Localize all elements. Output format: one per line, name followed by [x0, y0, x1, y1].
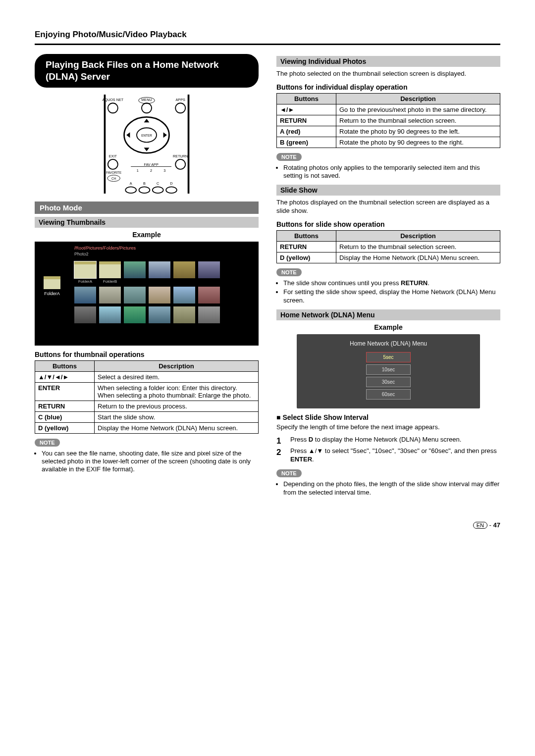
note-item: The slide show continues until you press…: [283, 279, 500, 287]
note-list: Depending on the photo files, the length…: [276, 480, 500, 497]
table-cell: RETURN: [35, 401, 95, 411]
thumbnail-placeholder: [74, 287, 96, 303]
svg-point-8: [108, 159, 118, 169]
table-cell: C (blue): [35, 411, 95, 422]
page-footer: EN - 47: [35, 521, 500, 529]
remote-figure: AQUOS NET MENU APPS ENTER: [90, 95, 204, 194]
slide-show-heading: Slide Show: [276, 185, 500, 196]
folder-b-label: FolderB: [99, 279, 121, 284]
table-header-description: Description: [95, 360, 259, 371]
svg-point-9: [175, 159, 185, 169]
step-item: Press ▲/▼ to select "5sec", "10sec", "30…: [276, 447, 500, 464]
thumbnail-current: Photo2: [74, 252, 89, 256]
note-item: Depending on the photo files, the length…: [283, 480, 500, 497]
apps-label: APPS: [175, 97, 185, 101]
thumbnail-placeholder: [173, 306, 195, 323]
note-list: You can see the file name, shooting date…: [35, 450, 259, 474]
dlna-menu-heading: Home Network (DLNA) Menu: [276, 309, 500, 320]
thumbnail-placeholder: [74, 306, 96, 323]
note-item: For setting the slide show speed, displa…: [283, 288, 500, 304]
note-badge: NOTE: [276, 153, 302, 161]
thumbnail-placeholder: [99, 306, 121, 323]
select-interval-body: Specify the length of time before the ne…: [276, 423, 500, 432]
folder-icon: [74, 261, 96, 278]
svg-point-5: [175, 103, 185, 113]
table-cell: Return to the previous process.: [95, 401, 259, 411]
table-header-description: Description: [336, 231, 500, 242]
table-cell: D (yellow): [277, 252, 336, 263]
btn-c-label: C: [157, 181, 159, 185]
svg-point-3: [108, 103, 118, 113]
square-bullet-icon: ■: [276, 413, 280, 421]
photo-mode-heading: Photo Mode: [35, 202, 259, 214]
footer-lang: EN: [473, 522, 487, 529]
slide-ops-table: Buttons Description RETURNReturn to the …: [276, 230, 500, 263]
favapp-2: 2: [150, 168, 152, 173]
footer-sep: -: [487, 521, 493, 529]
page-number: 47: [493, 521, 500, 529]
favapp-3: 3: [163, 168, 165, 173]
thumbnail-placeholder: [99, 287, 121, 303]
left-folder-label: FolderA: [44, 291, 60, 296]
thumbnail-placeholder: [124, 287, 146, 303]
table-cell: Display the Home Network (DLNA) Menu scr…: [95, 422, 259, 433]
table-cell: Return to the thumbnail selection screen…: [336, 242, 500, 252]
table-cell: When selecting a folder icon: Enter this…: [95, 382, 259, 401]
note-badge: NOTE: [276, 469, 302, 477]
thumbnail-placeholder: [173, 287, 195, 303]
select-interval-heading: ■Select Slide Show Interval: [276, 413, 500, 421]
table-cell: Start the slide show.: [95, 411, 259, 422]
table-cell: ◄/►: [277, 104, 336, 115]
svg-rect-1: [188, 95, 190, 194]
table-cell: Go to the previous/next photo in the sam…: [336, 104, 500, 115]
return-label: RETURN: [173, 154, 188, 158]
table-cell: Rotate the photo by 90 degrees to the ri…: [336, 137, 500, 148]
thumbnail-placeholder: [149, 287, 170, 303]
table-cell: ▲/▼/◄/►: [35, 371, 95, 382]
individual-ops-title: Buttons for individual display operation: [276, 83, 500, 91]
favorite-label: FAVORITE: [106, 171, 121, 174]
thumbnail-placeholder: [198, 287, 220, 303]
note-item: Rotating photos only applies to the temp…: [283, 164, 500, 180]
dlna-menu-option: 30sec: [366, 377, 411, 387]
step-item: Press D to display the Home Network (DLN…: [276, 436, 500, 444]
svg-point-12: [125, 187, 136, 193]
dlna-menu-option: 10sec: [366, 364, 411, 375]
thumb-ops-title: Buttons for thumbnail operations: [35, 351, 259, 358]
viewing-thumbnails-heading: Viewing Thumbnails: [35, 217, 259, 228]
note-item: You can see the file name, shooting date…: [42, 450, 259, 474]
table-cell: B (green): [277, 137, 336, 148]
table-header-buttons: Buttons: [35, 360, 95, 371]
thumbnail-placeholder: [149, 261, 170, 278]
thumbnail-placeholder: [124, 306, 146, 323]
main-heading: Playing Back Files on a Home Network (DL…: [35, 54, 259, 88]
favapp-1: 1: [137, 168, 139, 173]
dlna-menu-figure: Home Network (DLNA) Menu 5sec 10sec 30se…: [297, 334, 480, 408]
enter-label: ENTER: [141, 133, 152, 137]
dlna-menu-title: Home Network (DLNA) Menu: [302, 340, 475, 347]
table-header-buttons: Buttons: [277, 93, 336, 104]
slide-show-body: The photos displayed on the thumbnail se…: [276, 199, 500, 215]
dlna-menu-option: 60sec: [366, 389, 411, 400]
thumbnail-placeholder: [149, 306, 170, 323]
viewing-individual-body: The photo selected on the thumbnail sele…: [276, 70, 500, 78]
table-cell: Return to the thumbnail selection screen…: [336, 115, 500, 126]
example-label-2: Example: [276, 323, 500, 331]
table-cell: Display the Home Network (DLNA) Menu scr…: [336, 252, 500, 263]
table-cell: Select a desired item.: [95, 371, 259, 382]
svg-point-4: [142, 103, 152, 113]
rule: [35, 44, 500, 45]
thumbnail-path: /Root/Pictures/Folders/Pictures: [74, 246, 136, 251]
svg-point-14: [153, 187, 163, 193]
right-column: Viewing Individual Photos The photo sele…: [276, 54, 500, 502]
thumbnail-screen-figure: /Root/Pictures/Folders/Pictures Photo2 F…: [35, 242, 259, 346]
note-badge: NOTE: [35, 439, 60, 447]
table-cell: A (red): [277, 126, 336, 137]
folder-icon: [44, 276, 60, 289]
viewing-individual-heading: Viewing Individual Photos: [276, 56, 500, 67]
btn-d-label: D: [170, 181, 172, 185]
svg-point-15: [166, 187, 177, 193]
exit-label: EXIT: [109, 154, 117, 158]
individual-ops-table: Buttons Description ◄/►Go to the previou…: [276, 93, 500, 148]
svg-rect-0: [104, 95, 106, 194]
